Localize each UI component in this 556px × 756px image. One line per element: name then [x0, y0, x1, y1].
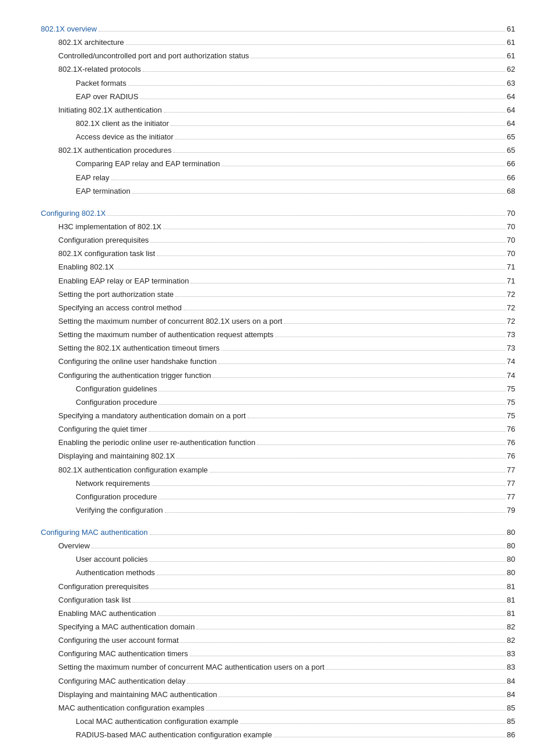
toc-entry-label: 802.1X client as the initiator: [41, 118, 169, 130]
toc-dots: [149, 431, 505, 432]
toc-entry-label: Packet formats: [41, 78, 126, 89]
toc-entry-page: 81: [507, 594, 515, 606]
toc-container: 802.1X overview61802.1X architecture61Co…: [41, 23, 515, 741]
toc-entry-page: 70: [507, 221, 515, 233]
toc-dots: [171, 125, 505, 126]
toc-entry: Displaying and maintaining 802.1X76: [41, 450, 515, 462]
toc-entry: 802.1X configuration task list70: [41, 248, 515, 260]
toc-entry-label: Configuring MAC authentication timers: [41, 648, 188, 660]
toc-entry: Verifying the configuration79: [41, 505, 515, 516]
toc-entry: EAP relay66: [41, 172, 515, 184]
toc-dots: [187, 683, 505, 684]
toc-dots: [213, 377, 505, 378]
toc-entry-label: Displaying and maintaining MAC authentic…: [41, 689, 217, 701]
toc-dots: [219, 696, 505, 697]
toc-dots: [140, 99, 505, 99]
toc-entry-page: 70: [507, 208, 515, 219]
toc-entry-page: 80: [507, 527, 515, 538]
toc-entry-page: 85: [507, 702, 515, 714]
toc-entry: Enabling EAP relay or EAP termination71: [41, 275, 515, 287]
toc-dots: [181, 642, 505, 643]
toc-dots: [248, 418, 505, 418]
toc-entry: Packet formats63: [41, 78, 515, 89]
toc-entry: EAP over RADIUS64: [41, 91, 515, 103]
toc-entry-label: Configuring 802.1X: [41, 208, 105, 219]
toc-dots: [132, 193, 505, 194]
toc-entry-page: 86: [507, 729, 515, 741]
toc-entry: 802.1X architecture61: [41, 37, 515, 48]
toc-entry-page: 66: [507, 158, 515, 170]
toc-entry: Configuration guidelines75: [41, 383, 515, 395]
toc-entry: Comparing EAP relay and EAP termination6…: [41, 158, 515, 170]
toc-dots: [284, 323, 505, 324]
toc-entry-label: Enabling 802.1X: [41, 261, 114, 273]
toc-entry: Controlled/uncontrolled port and port au…: [41, 50, 515, 62]
toc-entry-label: Enabling EAP relay or EAP termination: [41, 275, 189, 287]
toc-entry-page: 74: [507, 370, 515, 382]
toc-entry-page: 72: [507, 289, 515, 300]
toc-entry-page: 72: [507, 302, 515, 314]
toc-dots: [173, 152, 505, 153]
toc-entry-page: 83: [507, 662, 515, 673]
toc-dots: [111, 180, 505, 180]
toc-entry-label: Configuring the quiet timer: [41, 424, 147, 435]
toc-dots: [210, 472, 505, 473]
toc-entry-label: EAP termination: [41, 186, 131, 197]
toc-dots: [196, 629, 505, 629]
toc-entry-page: 62: [507, 64, 515, 75]
toc-dots: [143, 71, 505, 72]
toc-entry: Configuring the online user handshake fu…: [41, 356, 515, 368]
toc-dots: [152, 485, 505, 486]
toc-entry-label: Configuration procedure: [41, 397, 157, 408]
toc-dots: [159, 499, 505, 499]
toc-entry-page: 76: [507, 450, 515, 462]
toc-entry-page: 73: [507, 342, 515, 354]
toc-dots: [98, 31, 505, 32]
toc-entry-label: Configuring MAC authentication: [41, 527, 148, 538]
toc-dots: [128, 85, 505, 86]
toc-entry: Configuring MAC authentication delay84: [41, 676, 515, 687]
toc-entry-page: 77: [507, 464, 515, 476]
toc-dots: [157, 575, 505, 575]
toc-entry-page: 77: [507, 491, 515, 503]
toc-dots: [274, 737, 505, 737]
toc-entry-label: 802.1X-related protocols: [41, 64, 141, 75]
toc-entry-page: 75: [507, 410, 515, 422]
toc-dots: [275, 337, 505, 337]
toc-dots: [219, 363, 505, 364]
toc-dots: [92, 548, 505, 548]
toc-entry-page: 84: [507, 676, 515, 687]
toc-entry-label: Configuration prerequisites: [41, 581, 149, 593]
toc-entry-label: Configuration guidelines: [41, 383, 157, 395]
toc-entry-page: 71: [507, 261, 515, 273]
toc-entry-page: 79: [507, 505, 515, 516]
toc-dots: [326, 669, 505, 670]
toc-entry: 802.1X authentication procedures65: [41, 145, 515, 156]
toc-entry-page: 70: [507, 235, 515, 246]
toc-section: 802.1X overview61802.1X architecture61Co…: [41, 23, 515, 197]
toc-entry-label: Setting the maximum number of concurrent…: [41, 316, 282, 327]
toc-entry: 802.1X client as the initiator64: [41, 118, 515, 130]
toc-entry-label: MAC authentication configuration example…: [41, 702, 205, 714]
toc-entry: Network requirements77: [41, 478, 515, 489]
toc-dots: [175, 139, 505, 139]
toc-entry-label: 802.1X architecture: [41, 37, 124, 48]
toc-entry-label: Controlled/uncontrolled port and port au…: [41, 50, 249, 62]
toc-entry: 802.1X authentication configuration exam…: [41, 464, 515, 476]
toc-entry-page: 85: [507, 716, 515, 727]
toc-dots: [184, 310, 505, 310]
toc-entry: Configuring the authentication trigger f…: [41, 370, 515, 382]
toc-entry-label: Configuration task list: [41, 594, 131, 606]
toc-entry: Enabling the periodic online user re-aut…: [41, 437, 515, 449]
toc-entry-label: Overview: [41, 540, 90, 552]
toc-dots: [132, 602, 505, 603]
toc-dots: [158, 615, 505, 616]
toc-dots: [251, 58, 505, 58]
toc-entry: Setting the maximum number of concurrent…: [41, 316, 515, 327]
toc-entry-page: 74: [507, 356, 515, 368]
toc-entry: User account policies80: [41, 554, 515, 565]
toc-entry: Configuring the quiet timer76: [41, 424, 515, 435]
toc-entry-label: Configuring the online user handshake fu…: [41, 356, 217, 368]
toc-dots: [257, 444, 505, 445]
toc-entry-label: Displaying and maintaining 802.1X: [41, 450, 175, 462]
